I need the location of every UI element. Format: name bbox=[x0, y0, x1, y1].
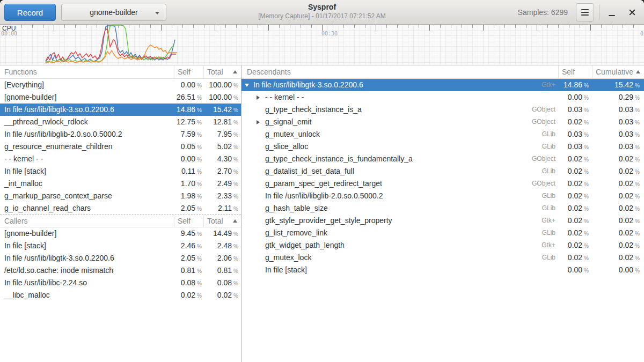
caller-row[interactable]: __libc_malloc0.02%0.02% bbox=[0, 289, 241, 301]
close-button[interactable] bbox=[624, 0, 641, 25]
total-percent: 0.81% bbox=[203, 264, 241, 277]
percent-sign: % bbox=[233, 231, 238, 237]
function-row[interactable]: In file [stack]0.11%2.70% bbox=[0, 165, 241, 178]
caller-row[interactable]: In file /usr/lib/libgtk-3.so.0.2200.62.0… bbox=[0, 252, 241, 264]
descendant-row[interactable]: g_param_spec_get_redirect_targetGObject0… bbox=[241, 178, 644, 190]
function-row[interactable]: _int_malloc1.70%2.49% bbox=[0, 178, 241, 190]
percent-sign: % bbox=[635, 157, 640, 162]
descendant-row[interactable]: g_type_check_instance_is_fundamentally_a… bbox=[241, 153, 644, 165]
percent-sign: % bbox=[197, 132, 202, 138]
descendant-name: g_param_spec_get_redirect_target bbox=[265, 178, 515, 190]
function-row-name: g_markup_parse_context_parse bbox=[0, 190, 174, 202]
descendant-row[interactable]: g_list_remove_linkGLib0.02%0.02% bbox=[241, 227, 644, 239]
descendant-row[interactable]: g_type_check_instance_is_aGObject0.03%0.… bbox=[241, 104, 644, 116]
menu-button[interactable] bbox=[576, 3, 594, 21]
total-percent-value: 2.49 bbox=[217, 179, 232, 188]
total-percent: 2.33% bbox=[203, 190, 241, 203]
right-pane-filler bbox=[241, 276, 644, 362]
callers-self-column-header[interactable]: Self bbox=[174, 215, 203, 227]
function-row[interactable]: - - kernel - -0.00%4.30% bbox=[0, 153, 241, 165]
function-row[interactable]: [gnome-builder]26.51%100.00% bbox=[0, 91, 241, 104]
total-percent: 0.08% bbox=[203, 277, 241, 290]
function-row[interactable]: __pthread_rwlock_rdlock12.75%12.81% bbox=[0, 116, 241, 128]
total-percent-value: 2.70 bbox=[217, 167, 232, 175]
percent-sign: % bbox=[635, 169, 640, 175]
functions-table-header: Functions Self Total bbox=[0, 65, 241, 79]
library-badge: GObject bbox=[515, 178, 558, 190]
descendant-row[interactable]: gtk_style_provider_get_style_propertyGtk… bbox=[241, 215, 644, 227]
self-percent-value: 7.59 bbox=[181, 130, 195, 138]
process-selector-dropdown[interactable]: gnome-builder bbox=[61, 4, 166, 21]
percent-sign: % bbox=[635, 243, 640, 249]
self-percent-value: 2.46 bbox=[181, 241, 195, 250]
descendant-row[interactable]: g_slice_allocGLib0.03%0.03% bbox=[241, 141, 644, 153]
percent-sign: % bbox=[197, 83, 202, 88]
functions-column-header[interactable]: Functions bbox=[0, 65, 174, 78]
percent-sign: % bbox=[197, 107, 202, 113]
percent-sign: % bbox=[233, 293, 238, 299]
expander-collapsed[interactable] bbox=[257, 95, 265, 100]
descendant-row[interactable]: In file /usr/lib/libgtk-3.so.0.2200.6Gtk… bbox=[241, 79, 644, 91]
expander-expanded[interactable] bbox=[245, 84, 253, 87]
caller-row[interactable]: [gnome-builder]9.45%14.49% bbox=[0, 227, 241, 240]
function-row[interactable]: g_resource_enumerate_children0.05%5.02% bbox=[0, 141, 241, 153]
percent-sign: % bbox=[197, 144, 202, 150]
percent-sign: % bbox=[233, 194, 238, 200]
self-percent: 2.05% bbox=[174, 202, 203, 215]
callers-total-column-header[interactable]: Total bbox=[203, 215, 241, 227]
descendant-row[interactable]: g_mutex_unlockGLib0.03%0.03% bbox=[241, 128, 644, 141]
cumulative-percent: 0.02% bbox=[592, 252, 644, 264]
self-percent-value: 2.05 bbox=[181, 254, 195, 262]
cumulative-percent: 0.02% bbox=[592, 239, 644, 252]
function-row[interactable]: In file /usr/lib/libglib-2.0.so.0.5000.2… bbox=[0, 128, 241, 141]
descendant-row[interactable]: g_signal_emitGObject0.02%0.03% bbox=[241, 116, 644, 128]
descendant-row[interactable]: In file [stack]0.00%0.00% bbox=[241, 264, 644, 276]
cumulative-percent-value: 0.02 bbox=[619, 191, 633, 200]
descendant-row[interactable]: g_mutex_lockGLib0.02%0.02% bbox=[241, 252, 644, 264]
descendants-table-header: Descendants Self Cumulative bbox=[241, 65, 644, 79]
self-percent: 1.98% bbox=[174, 190, 203, 203]
self-column-header[interactable]: Self bbox=[174, 65, 203, 78]
cumulative-percent: 0.03% bbox=[592, 104, 644, 116]
percent-sign: % bbox=[233, 243, 238, 249]
percent-sign: % bbox=[197, 280, 202, 286]
callers-table-header: Callers Self Total bbox=[0, 215, 241, 227]
function-row[interactable]: In file /usr/lib/libgtk-3.so.0.2200.614.… bbox=[0, 104, 241, 116]
descendant-row[interactable]: g_datalist_id_set_data_fullGLib0.02%0.02… bbox=[241, 165, 644, 178]
cpu-line-red bbox=[46, 29, 176, 61]
descendant-name: In file /usr/lib/libgtk-3.so.0.2200.6 bbox=[253, 79, 515, 91]
cpu-graph[interactable]: CPU 00:0000:3001:00 bbox=[0, 25, 644, 65]
caller-row-name: In file /usr/lib/libc-2.24.so bbox=[0, 277, 174, 289]
descendant-row[interactable]: - - kernel - -0.00%0.29% bbox=[241, 91, 644, 104]
caller-row[interactable]: In file [stack]2.46%2.48% bbox=[0, 240, 241, 252]
callers-column-header[interactable]: Callers bbox=[0, 215, 174, 227]
descendants-self-column-header[interactable]: Self bbox=[558, 65, 592, 78]
cumulative-percent: 0.02% bbox=[592, 153, 644, 166]
self-percent: 0.08% bbox=[174, 277, 203, 290]
function-row[interactable]: g_io_channel_read_chars2.05%2.11% bbox=[0, 202, 241, 215]
record-button[interactable]: Record bbox=[4, 4, 56, 21]
cpu-line-blue bbox=[46, 26, 175, 62]
self-percent: 0.02% bbox=[558, 165, 592, 178]
descendants-column-header[interactable]: Descendants bbox=[241, 65, 558, 78]
descendant-row[interactable]: g_hash_table_sizeGLib0.02%0.02% bbox=[241, 202, 644, 215]
total-column-header[interactable]: Total bbox=[203, 65, 241, 78]
expander-collapsed[interactable] bbox=[257, 120, 265, 124]
self-percent: 9.45% bbox=[174, 227, 203, 240]
cumulative-column-header[interactable]: Cumulative bbox=[592, 65, 644, 78]
caller-row[interactable]: In file /usr/lib/libc-2.24.so0.08%0.08% bbox=[0, 277, 241, 289]
percent-sign: % bbox=[233, 256, 238, 262]
caller-row[interactable]: /etc/ld.so.cache: inode mismatch0.81%0.8… bbox=[0, 264, 241, 277]
self-percent: 0.00% bbox=[558, 264, 592, 277]
left-pane-filler bbox=[0, 301, 241, 362]
percent-sign: % bbox=[233, 268, 238, 274]
minimize-button[interactable] bbox=[603, 0, 620, 25]
percent-sign: % bbox=[584, 107, 589, 113]
function-row[interactable]: g_markup_parse_context_parse1.98%2.33% bbox=[0, 190, 241, 202]
function-row[interactable]: [Everything]0.00%100.00% bbox=[0, 79, 241, 91]
percent-sign: % bbox=[233, 120, 238, 125]
descendant-row[interactable]: In file /usr/lib/libglib-2.0.so.0.5000.2… bbox=[241, 190, 644, 202]
percent-sign: % bbox=[635, 144, 640, 150]
descendant-row[interactable]: gtk_widget_path_lengthGtk+0.02%0.02% bbox=[241, 239, 644, 252]
callers-table: [gnome-builder]9.45%14.49%In file [stack… bbox=[0, 227, 241, 301]
